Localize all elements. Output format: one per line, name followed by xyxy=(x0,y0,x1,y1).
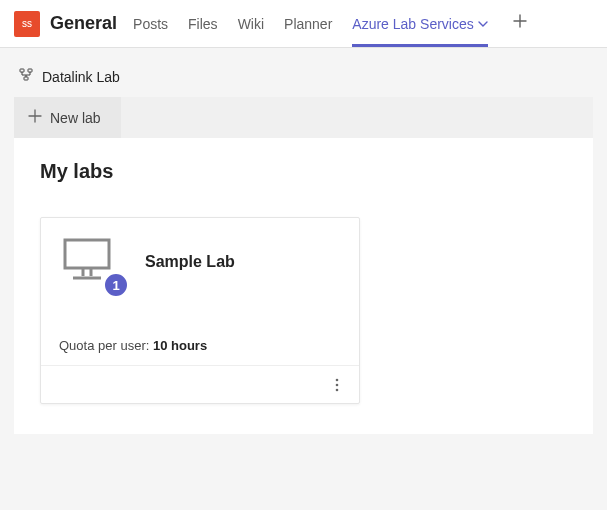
tab-wiki[interactable]: Wiki xyxy=(238,0,264,47)
svg-rect-0 xyxy=(20,69,24,72)
lab-account-name[interactable]: Datalink Lab xyxy=(42,69,120,85)
tab-azure-lab-services[interactable]: Azure Lab Services xyxy=(352,0,487,47)
tab-planner[interactable]: Planner xyxy=(284,0,332,47)
svg-rect-1 xyxy=(28,69,32,72)
toolbar: New lab xyxy=(14,97,593,138)
svg-point-5 xyxy=(336,383,339,386)
lab-services-panel: New lab My labs 1 Sample Lab Quota per u… xyxy=(14,97,593,434)
chevron-down-icon xyxy=(478,16,488,32)
quota-text: Quota per user: 10 hours xyxy=(59,338,341,365)
labs-list-panel: My labs 1 Sample Lab Quota per user: 10 … xyxy=(14,138,593,434)
svg-point-4 xyxy=(336,378,339,381)
team-avatar: ss xyxy=(14,11,40,37)
tab-label: Azure Lab Services xyxy=(352,16,473,32)
lab-account-breadcrumb: Datalink Lab xyxy=(0,48,607,97)
add-tab-button[interactable] xyxy=(508,13,532,34)
svg-point-6 xyxy=(336,388,339,391)
quota-value: 10 hours xyxy=(153,338,207,353)
quota-label: Quota per user: xyxy=(59,338,153,353)
lab-card-header: 1 Sample Lab xyxy=(59,236,341,288)
lab-card-footer xyxy=(41,365,359,403)
plus-icon xyxy=(512,13,528,29)
lab-account-icon xyxy=(18,68,34,85)
new-lab-button[interactable]: New lab xyxy=(14,97,121,138)
lab-card[interactable]: 1 Sample Lab Quota per user: 10 hours xyxy=(40,217,360,404)
vm-count-badge: 1 xyxy=(103,272,129,298)
tab-posts[interactable]: Posts xyxy=(133,0,168,47)
new-lab-label: New lab xyxy=(50,110,101,126)
plus-icon xyxy=(28,109,42,126)
section-title: My labs xyxy=(40,160,567,183)
svg-rect-3 xyxy=(65,240,109,268)
teams-channel-header: ss General Posts Files Wiki Planner Azur… xyxy=(0,0,607,48)
channel-tabs: Posts Files Wiki Planner Azure Lab Servi… xyxy=(133,0,532,47)
lab-name: Sample Lab xyxy=(145,253,235,271)
channel-name: General xyxy=(50,13,117,34)
tab-files[interactable]: Files xyxy=(188,0,218,47)
svg-rect-2 xyxy=(24,77,28,80)
kebab-icon xyxy=(335,378,339,392)
more-options-button[interactable] xyxy=(325,373,349,397)
lab-vm-graphic: 1 xyxy=(59,236,119,288)
